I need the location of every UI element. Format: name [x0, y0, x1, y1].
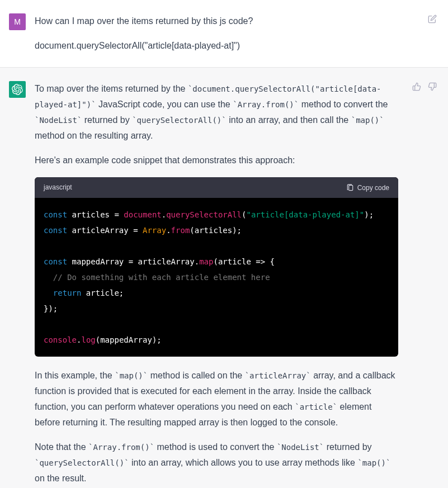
inline-code: querySelectorAll() — [35, 458, 129, 467]
assistant-avatar — [9, 81, 26, 98]
assistant-p3: In this example, the map() method is cal… — [35, 368, 398, 430]
inline-code: NodeList — [277, 443, 324, 452]
inline-code: Array.from() — [233, 100, 299, 109]
clipboard-icon — [346, 184, 354, 192]
assistant-p2: Here's an example code snippet that demo… — [35, 153, 398, 168]
code-lang: javascript — [44, 182, 72, 193]
inline-code: map() — [357, 458, 390, 467]
user-line-2: document.querySelectorAll("article[data-… — [35, 38, 398, 54]
code-pre: const articles = document.querySelectorA… — [35, 198, 398, 357]
copy-code-button[interactable]: Copy code — [346, 184, 389, 192]
user-line-1: How can I map over the items returned by… — [35, 13, 398, 29]
inline-code: querySelectorAll() — [132, 116, 227, 125]
thumbs-up-icon[interactable] — [411, 81, 422, 92]
user-avatar: M — [9, 13, 26, 30]
inline-code: Array.from() — [88, 443, 154, 452]
edit-icon[interactable] — [427, 13, 438, 25]
user-message: M How can I map over the items returned … — [0, 0, 448, 68]
assistant-message: To map over the items returned by the do… — [0, 68, 448, 488]
inline-code: articleArray — [245, 371, 311, 380]
inline-code: NodeList — [35, 116, 82, 125]
code-body: const articles = document.querySelectorA… — [44, 210, 374, 344]
thumbs-down-icon[interactable] — [427, 81, 438, 92]
user-avatar-initial: M — [14, 17, 21, 26]
inline-code: article — [295, 402, 337, 411]
code-header: javascript Copy code — [35, 177, 398, 198]
user-content: How can I map over the items returned by… — [35, 13, 398, 54]
svg-rect-0 — [348, 185, 352, 190]
inline-code: map() — [351, 116, 384, 125]
code-block: javascript Copy code const articles = do… — [35, 177, 398, 357]
user-actions — [427, 13, 438, 25]
copy-label: Copy code — [357, 184, 389, 192]
assistant-actions — [411, 81, 438, 92]
assistant-content: To map over the items returned by the do… — [35, 81, 398, 486]
assistant-p4: Note that the Array.from() method is use… — [35, 439, 398, 486]
assistant-p1: To map over the items returned by the do… — [35, 81, 398, 144]
inline-code: map() — [115, 371, 148, 380]
